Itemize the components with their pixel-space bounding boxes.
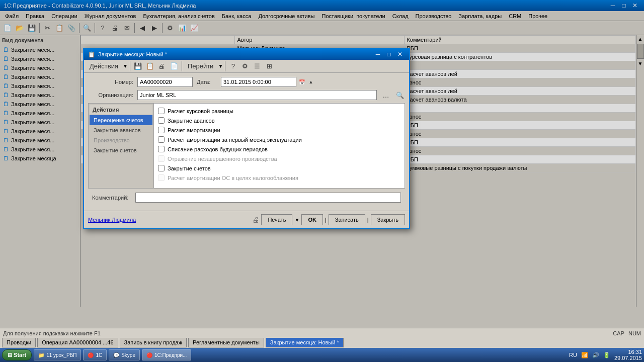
start-button[interactable]: ⊞ Start [2,349,32,360]
records-label: Запись в книгу продаж [124,339,183,345]
modal-toolbar: Действия ▼ 💾 📋 🖨 📄 Перейти ▼ ? ⚙ ☰ ⊞ [84,60,409,73]
dialog-footer: Мельник Людмила 🖨 Печать ▼ OK | Записать… [84,211,409,228]
app-1c-label: 1С [96,352,102,358]
tb-sep3 [225,61,225,71]
nav-item-advances[interactable]: Закрытие авансов [90,125,152,135]
taskbar-right: RU 📶 🔊 🔋 16:31 29.07.2015 [569,349,642,361]
ok-button[interactable]: OK [301,214,323,225]
number-date-row: Номер: Дата: 📅 ▲ [88,77,405,87]
date-picker-btn[interactable]: 📅 [297,77,306,87]
checkbox-exchange-label: Расчет курсовой разницы [168,108,233,114]
app-skype-label: Skype [121,352,135,358]
time-display: 16:31 [614,349,642,355]
date-field: 📅 ▲ [221,77,314,87]
checkbox-exchange-input[interactable] [158,108,165,114]
tb-sep [130,61,130,71]
org-input[interactable] [137,90,377,100]
modal-close[interactable]: ✕ [395,50,405,59]
lang-indicator: RU [569,352,577,358]
modal-tb-help[interactable]: ? [227,61,238,72]
checkbox-amortization-input[interactable] [158,127,165,133]
modal-tb-save[interactable]: 💾 [132,61,143,72]
checkbox-amortization-first: Расчет амортизации за первый месяц экспл… [158,136,400,143]
checkbox-advances-close-input[interactable] [158,117,165,124]
status-tab-operation[interactable]: Операция АА00000004 ...46 [37,337,118,347]
num-indicator: NUM [628,330,641,336]
print-icon: 🖨 [252,216,259,224]
modal-actions-btn[interactable]: Действия [86,61,122,72]
checkbox-tax-amortization-label: Расчет амортизации ОС в целях налогообла… [168,175,298,181]
info-bar: Для получения подсказки нажмите F1 CAP N… [0,328,644,338]
checkbox-tax-amortization-input [158,174,165,181]
checkbox-wip-label: Отражение незавершенного производства [168,156,277,162]
status-tab-reg-docs[interactable]: Регламентные документы [188,337,264,347]
modal-title-bar: 📋 Закрытие месяца: Новый * ─ □ ✕ [84,49,409,60]
clock: 16:31 29.07.2015 [614,349,642,361]
save-button[interactable]: Записать [329,214,365,225]
nav-item-revaluation[interactable]: Переоценка счетов [90,115,152,125]
print-dropdown-icon[interactable]: ▼ [294,217,299,223]
app-rbp-icon: 📁 [38,352,44,358]
modal-maximize[interactable]: □ [384,50,394,59]
comment-input[interactable] [135,193,401,203]
modal-goto-btn[interactable]: Перейти [184,61,217,72]
modal-overlay: 📋 Закрытие месяца: Новый * ─ □ ✕ Действи… [0,0,644,362]
checkbox-advances-close-label: Закрытие авансов [168,118,215,124]
checkbox-advances-close: Закрытие авансов [158,117,400,124]
network-icon: 📶 [581,352,588,358]
modal-tb-settings[interactable]: ⚙ [239,61,251,72]
checkbox-write-off-input[interactable] [158,146,165,152]
footer-user[interactable]: Мельник Людмила [88,217,136,223]
cap-num-area: CAP NUM [613,330,641,336]
number-input[interactable] [137,77,193,87]
modal-icon: 📋 [88,51,95,58]
reg-docs-label: Регламентные документы [193,339,260,345]
volume-icon: 🔊 [592,352,599,358]
checkbox-amortization-first-input[interactable] [158,136,165,143]
modal-tb-new[interactable]: 📄 [169,61,180,72]
modal-tb-copy[interactable]: 📋 [144,61,155,72]
checkbox-write-off-label: Списание расходов будущих периодов [168,146,268,152]
modal-title: Закрытие месяца: Новый * [98,51,373,57]
date-label: Дата: [197,79,217,85]
taskbar-app-rbp[interactable]: 📁 11 урок_РБП [34,349,81,360]
nav-item-production[interactable]: Производство [90,135,152,145]
operation-label: Операция АА00000004 ...46 [42,339,113,345]
modal-tb-list[interactable]: ☰ [252,61,263,72]
modal-minimize[interactable]: ─ [373,50,383,59]
org-row: Организация: … 🔍 [88,90,405,100]
date-input[interactable] [221,77,296,87]
taskbar-app-1c[interactable]: 🔴 1С [83,349,107,360]
nav-item-closing[interactable]: Закрытие счетов [90,145,152,155]
date-up-btn[interactable]: ▲ [307,77,314,87]
checkbox-close-accounts-input[interactable] [158,165,165,171]
print-button[interactable]: Печать [261,214,292,225]
checkbox-amortization-label: Расчет амортизации [168,127,220,133]
close-dialog-button[interactable]: Закрыть [371,214,405,225]
modal-dialog: 📋 Закрытие месяца: Новый * ─ □ ✕ Действи… [83,48,410,229]
status-tab-provodki[interactable]: Проводки [2,337,36,347]
close-month-label: Закрытие месяца: Новый * [270,339,339,345]
org-browse-btn[interactable]: … [381,90,391,100]
app-1cpred-label: 1С:Предпри... [154,352,187,358]
footer-buttons: 🖨 Печать ▼ OK | Записать | Закрыть [252,214,405,225]
status-tab-close-month[interactable]: Закрытие месяца: Новый * [266,337,344,347]
actions-area: Действия Переоценка счетов Закрытие аван… [88,103,405,189]
comment-label: Комментарий: [92,195,132,201]
taskbar-app-skype[interactable]: 💬 Skype [109,349,140,360]
taskbar-app-1cpred[interactable]: 🔴 1С:Предпри... [142,349,191,360]
info-text: Для получения подсказки нажмите F1 [3,330,101,336]
modal-tb-grid[interactable]: ⊞ [264,61,275,72]
checkbox-tax-amortization: Расчет амортизации ОС в целях налогообла… [158,174,400,181]
dropdown-arrow-icon: ▼ [123,63,128,69]
checkbox-close-accounts-label: Закрытие счетов [168,165,211,171]
dropdown-arrow-icon2: ▼ [218,63,223,69]
actions-header: Действия [90,105,152,115]
status-tab-records[interactable]: Запись в книгу продаж [120,337,187,347]
print-area: 🖨 Печать ▼ [252,214,299,225]
cap-indicator: CAP [613,330,624,336]
modal-tb-print[interactable]: 🖨 [156,61,168,72]
actions-sidebar: Действия Переоценка счетов Закрытие аван… [89,104,154,188]
org-search-btn[interactable]: 🔍 [395,90,405,100]
checkbox-write-off: Списание расходов будущих периодов [158,146,400,152]
